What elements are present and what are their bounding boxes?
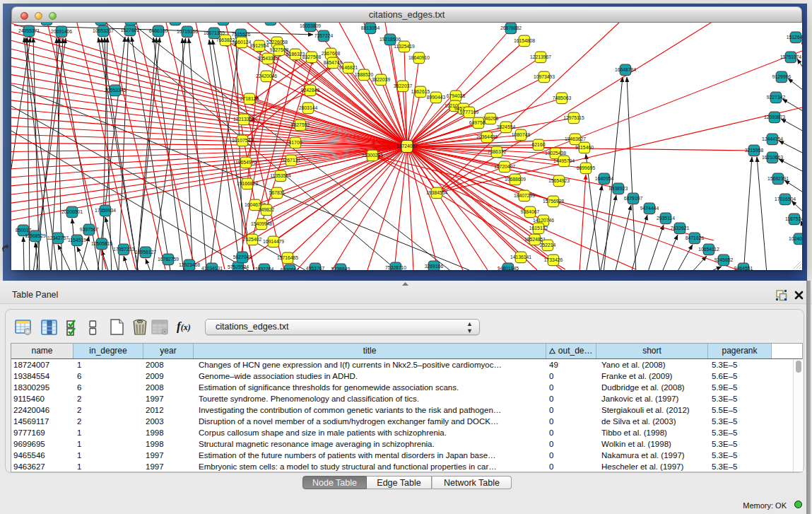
svg-text:15720407: 15720407	[494, 164, 515, 169]
svg-text:6879197: 6879197	[624, 196, 643, 201]
svg-text:7632621: 7632621	[671, 226, 690, 230]
svg-text:9115460: 9115460	[575, 145, 594, 150]
svg-text:18407299: 18407299	[514, 193, 535, 198]
svg-text:6466160: 6466160	[149, 28, 168, 33]
svg-text:20364436: 20364436	[476, 134, 498, 139]
svg-text:26876882: 26876882	[500, 25, 522, 30]
svg-text:12213382: 12213382	[233, 117, 254, 122]
svg-text:12923468: 12923468	[179, 262, 200, 267]
svg-text:57525534: 57525534	[228, 264, 249, 269]
svg-text:3824554: 3824554	[497, 124, 516, 129]
svg-text:7485063: 7485063	[553, 95, 572, 100]
svg-text:3822039: 3822039	[372, 77, 391, 82]
svg-text:1588520: 1588520	[355, 72, 374, 77]
svg-text:8938923: 8938923	[609, 186, 628, 191]
svg-text:19166823: 19166823	[237, 181, 258, 186]
svg-text:18724007: 18724007	[396, 144, 418, 148]
svg-text:3832764: 3832764	[255, 267, 274, 270]
svg-text:12213967: 12213967	[530, 54, 551, 59]
svg-text:10973493: 10973493	[534, 74, 555, 79]
svg-text:2935114: 2935114	[657, 216, 675, 221]
svg-text:10688609: 10688609	[505, 177, 526, 182]
svg-text:2718126: 2718126	[240, 96, 259, 101]
svg-text:11568529: 11568529	[25, 233, 46, 238]
svg-text:12505815: 12505815	[91, 241, 112, 246]
svg-text:9129996: 9129996	[772, 74, 792, 79]
svg-text:16648784: 16648784	[615, 67, 636, 72]
svg-text:16053809: 16053809	[300, 23, 321, 28]
svg-text:14120746: 14120746	[533, 218, 554, 223]
svg-text:4953767: 4953767	[306, 266, 325, 270]
svg-text:41034131: 41034131	[201, 266, 223, 270]
svg-text:1512644: 1512644	[787, 35, 802, 40]
svg-text:19218506: 19218506	[379, 37, 401, 42]
svg-text:1615132: 1615132	[529, 226, 548, 230]
svg-text:252214: 252214	[540, 243, 556, 247]
svg-text:7386372: 7386372	[488, 149, 507, 154]
svg-text:9397567: 9397567	[80, 227, 99, 232]
svg-text:16210663: 16210663	[762, 155, 783, 160]
svg-text:10543362: 10543362	[257, 56, 278, 61]
svg-text:15756928: 15756928	[543, 199, 564, 204]
svg-text:15716485: 15716485	[277, 255, 298, 260]
svg-text:8327508: 8327508	[302, 54, 322, 59]
svg-text:15751074: 15751074	[780, 54, 801, 59]
svg-text:5238849: 5238849	[331, 267, 351, 270]
svg-text:19463627: 19463627	[565, 136, 586, 141]
svg-text:5627048: 5627048	[233, 255, 252, 259]
svg-text:14495794: 14495794	[553, 158, 575, 163]
svg-text:6794028: 6794028	[447, 93, 466, 98]
svg-text:1154519: 1154519	[68, 238, 86, 243]
svg-text:3267131: 3267131	[282, 158, 301, 163]
svg-text:15409948: 15409948	[251, 221, 272, 226]
svg-text:14136141: 14136141	[510, 255, 531, 259]
svg-text:8990443: 8990443	[427, 95, 446, 100]
svg-text:16914479: 16914479	[263, 239, 284, 244]
svg-text:7357224: 7357224	[314, 33, 334, 38]
svg-text:19654975: 19654975	[235, 160, 257, 165]
svg-text:10719155: 10719155	[177, 29, 198, 34]
svg-text:8471626: 8471626	[686, 235, 705, 240]
svg-text:22420046: 22420046	[256, 74, 277, 78]
svg-text:9777169: 9777169	[460, 110, 479, 115]
svg-text:6899695: 6899695	[577, 165, 596, 170]
svg-text:41700: 41700	[289, 140, 302, 145]
svg-text:24055371: 24055371	[18, 28, 40, 33]
svg-text:7625402: 7625402	[243, 237, 262, 242]
svg-text:18640910: 18640910	[408, 55, 430, 60]
svg-text:3269166: 3269166	[425, 264, 444, 269]
svg-text:12342757: 12342757	[47, 235, 69, 240]
svg-text:17957233: 17957233	[113, 247, 134, 252]
svg-text:94801845: 94801845	[498, 266, 519, 270]
svg-text:1527602: 1527602	[121, 28, 140, 33]
svg-text:9227342: 9227342	[767, 95, 786, 100]
svg-text:20206501: 20206501	[61, 209, 83, 214]
svg-text:9242848: 9242848	[301, 88, 320, 93]
svg-text:10240312: 10240312	[789, 236, 802, 241]
svg-text:9384067: 9384067	[521, 209, 540, 214]
svg-text:62160: 62160	[532, 142, 546, 147]
svg-text:746266: 746266	[483, 116, 499, 121]
svg-text:2803144: 2803144	[299, 105, 318, 110]
svg-text:9827552: 9827552	[291, 122, 310, 127]
svg-text:1167534: 1167534	[785, 216, 802, 221]
svg-text:10025438: 10025438	[545, 151, 566, 156]
svg-text:15692391: 15692391	[767, 176, 789, 181]
svg-text:3822037: 3822037	[394, 83, 413, 88]
svg-text:9245652: 9245652	[714, 257, 734, 262]
svg-text:567831: 567831	[269, 190, 286, 195]
svg-text:17359934: 17359934	[95, 208, 116, 213]
svg-text:9146821: 9146821	[339, 65, 358, 70]
svg-text:15300295: 15300295	[362, 153, 383, 158]
svg-text:1733426: 1733426	[544, 257, 563, 262]
svg-text:9474444: 9474444	[640, 206, 659, 211]
svg-text:8813054: 8813054	[361, 25, 380, 30]
svg-text:20553346: 20553346	[105, 88, 126, 93]
svg-text:19384554: 19384554	[426, 190, 447, 195]
svg-text:8454749: 8454749	[324, 60, 343, 65]
svg-text:10653267: 10653267	[93, 28, 114, 33]
svg-text:10654112: 10654112	[698, 247, 719, 252]
svg-text:10107543: 10107543	[232, 138, 253, 143]
svg-text:16782759: 16782759	[158, 257, 179, 262]
svg-text:3215958: 3215958	[745, 148, 764, 153]
